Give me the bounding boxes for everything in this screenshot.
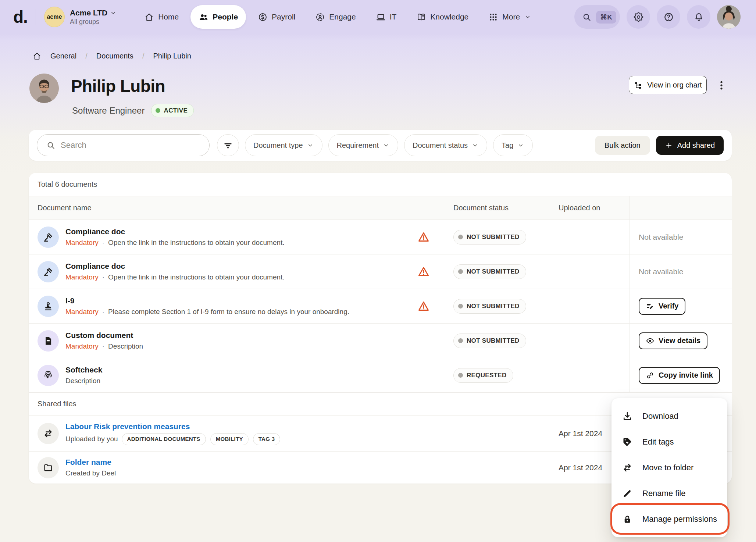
nav-item-label: People (213, 13, 238, 21)
nav-item-engage[interactable]: Engage (307, 5, 364, 29)
filter-document-type[interactable]: Document type (245, 134, 322, 156)
nav-item-label: More (502, 13, 520, 21)
shared-file-link[interactable]: Folder name (65, 458, 111, 466)
user-avatar[interactable] (717, 5, 741, 29)
filter-label: Document type (253, 141, 303, 150)
chevron-down-icon (517, 142, 524, 149)
gear-icon (633, 12, 644, 22)
filter-document-status[interactable]: Document status (404, 134, 487, 156)
nav-item-label: IT (390, 13, 397, 21)
search-field (37, 134, 210, 156)
nav-menu: HomePeoplePayrollEngageITKnowledgeMore (136, 5, 539, 29)
menu-item-label: Download (642, 411, 678, 421)
kebab-icon (716, 80, 727, 91)
column-document-status: Document status (440, 196, 545, 220)
menu-item-move-to-folder[interactable]: Move to folder (611, 455, 727, 481)
table-header: Document name Document status Uploaded o… (29, 196, 732, 220)
document-name-cell: Compliance docMandatory·Open the link in… (29, 220, 440, 254)
help-button[interactable] (657, 5, 680, 29)
row-more-menu[interactable] (728, 369, 732, 382)
nav-item-more[interactable]: More (480, 5, 539, 29)
breadcrumb-documents[interactable]: Documents (96, 52, 133, 60)
filter-label: Document status (413, 141, 468, 150)
document-status-cell: NOT SUBMITTED (440, 220, 545, 254)
breadcrumb-philip-lubin[interactable]: Philip Lubin (153, 52, 191, 60)
stamp-icon (38, 296, 59, 317)
shared-file-link[interactable]: Labour Risk prevention measures (65, 422, 190, 431)
document-icon (38, 330, 59, 352)
chevron-down-icon (382, 142, 390, 149)
search-input[interactable] (61, 140, 202, 150)
nav-item-label: Engage (329, 13, 356, 21)
document-title: Softcheck (65, 366, 102, 374)
copy-invite-link-button[interactable]: Copy invite link (639, 367, 720, 384)
document-description: Description (65, 377, 100, 385)
status-dot (458, 235, 463, 239)
filter-button[interactable] (217, 134, 239, 156)
menu-item-label: Edit tags (642, 437, 674, 447)
nav-item-payroll[interactable]: Payroll (250, 5, 303, 29)
uploaded-on-cell (545, 220, 630, 254)
question-icon (663, 12, 674, 22)
home-icon (144, 12, 154, 22)
nav-item-it[interactable]: IT (368, 5, 405, 29)
transfer-icon (38, 423, 59, 444)
table-summary: Total 6 documents (29, 173, 732, 196)
settings-button[interactable] (627, 5, 650, 29)
deel-logo: d. (13, 7, 28, 27)
menu-item-rename-file[interactable]: Rename file (611, 481, 727, 506)
pencil-icon (622, 488, 633, 499)
shared-file-subtitle: Uploaded by you (65, 435, 118, 443)
nav-divider (36, 9, 36, 25)
eye-icon (646, 336, 655, 345)
filter-requirement[interactable]: Requirement (328, 134, 399, 156)
home-icon[interactable] (32, 51, 42, 61)
bulk-action-button[interactable]: Bulk action (595, 136, 650, 155)
requirement-label: Mandatory (65, 307, 99, 316)
nav-item-label: Knowledge (430, 13, 468, 21)
menu-item-manage-permissions[interactable]: Manage permissions (611, 506, 727, 532)
menu-item-label: Rename file (642, 489, 685, 498)
view-in-org-chart-button[interactable]: View in org chart (629, 76, 707, 94)
document-status-cell: NOT SUBMITTED (440, 254, 545, 289)
dot-separator: · (102, 342, 104, 351)
add-shared-button[interactable]: Add shared (656, 136, 724, 155)
payroll-icon (258, 12, 268, 22)
global-search-button[interactable]: ⌘K (574, 5, 620, 29)
org-switcher[interactable]: acme Acme LTD All groups (44, 7, 117, 27)
document-description: Open the link in the instructions to obt… (108, 238, 285, 247)
search-shortcut: ⌘K (596, 11, 616, 24)
view-details-button[interactable]: View details (639, 332, 707, 349)
lock-icon (622, 514, 633, 525)
nav-item-people[interactable]: People (190, 5, 246, 29)
menu-item-download[interactable]: Download (611, 403, 727, 429)
breadcrumb-general[interactable]: General (50, 52, 76, 60)
notifications-button[interactable] (687, 5, 710, 29)
profile-more-menu[interactable] (715, 79, 728, 92)
warning-icon (417, 265, 430, 278)
breadcrumb-separator: / (85, 52, 88, 60)
nav-item-label: Payroll (272, 13, 295, 21)
page-title: Philip Lubin (71, 76, 165, 96)
document-description: Please complete Section 1 of I-9 form to… (108, 307, 349, 316)
actions-cell: Verify (630, 289, 732, 323)
status-badge: REQUESTED (453, 368, 513, 383)
status-badge: NOT SUBMITTED (453, 334, 526, 348)
actions-cell: Not available (630, 254, 732, 289)
org-avatar: acme (44, 7, 65, 27)
filter-label: Requirement (337, 141, 379, 150)
nav-item-knowledge[interactable]: Knowledge (408, 5, 477, 29)
document-title: Compliance doc (65, 262, 125, 270)
menu-item-edit-tags[interactable]: Edit tags (611, 429, 727, 455)
dot-separator: · (102, 273, 104, 282)
verify-button[interactable]: Verify (639, 298, 685, 315)
status-badge: ACTIVE (151, 104, 194, 117)
nav-item-home[interactable]: Home (136, 5, 187, 29)
uploaded-on-cell (545, 254, 630, 289)
not-available-label: Not available (639, 233, 683, 242)
status-dot (458, 304, 463, 309)
filter-tag[interactable]: Tag (493, 134, 533, 156)
document-title: Compliance doc (65, 227, 125, 236)
nav-item-label: Home (158, 13, 179, 21)
column-uploaded-on: Uploaded on (545, 196, 630, 220)
